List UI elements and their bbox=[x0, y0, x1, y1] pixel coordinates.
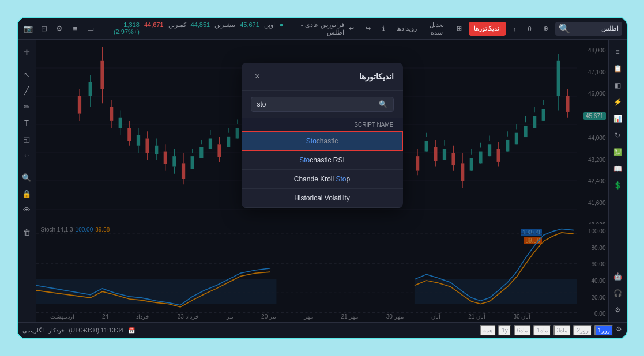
info-btn[interactable]: ℹ bbox=[378, 22, 389, 36]
modal-search-icon: 🔍 bbox=[379, 100, 387, 108]
r-btn-layers[interactable]: ◧ bbox=[610, 78, 625, 93]
sto-highlight: Sto bbox=[306, 137, 317, 145]
divider-2 bbox=[21, 166, 32, 166]
events-btn[interactable]: رویدادها bbox=[391, 22, 421, 36]
lock-tool[interactable]: 🔒 bbox=[19, 186, 34, 201]
timeframe-3m[interactable]: 3ماه bbox=[553, 325, 571, 336]
modified-btn[interactable]: تعدیل شده bbox=[424, 22, 450, 36]
redo-btn[interactable]: ↪ bbox=[361, 22, 375, 36]
price-change: 1,318 (+2.97%) bbox=[100, 21, 140, 36]
divider-3 bbox=[21, 221, 32, 221]
line-tool[interactable]: ╱ bbox=[19, 83, 34, 98]
result-stochastic[interactable]: Stochastic bbox=[242, 131, 403, 151]
main-area: ✛ ↖ ╱ ✏ T ◱ ↔ 🔍 🔒 👁 🗑 bbox=[18, 40, 627, 322]
measure-tool[interactable]: ↔ bbox=[19, 147, 34, 162]
modal-header: اندیکاتورها × bbox=[242, 63, 403, 91]
r-btn-book[interactable]: 📖 bbox=[610, 161, 625, 176]
result-chande-pre: Chande Kroll bbox=[294, 175, 336, 183]
zoom-in-tool[interactable]: 🔍 bbox=[19, 170, 34, 185]
grid-btn[interactable]: ⊞ bbox=[452, 22, 466, 36]
crosshair-tool[interactable]: ✛ bbox=[19, 44, 34, 59]
compare-btn[interactable]: ↕ bbox=[509, 22, 521, 36]
result-chande-sto: Sto bbox=[336, 175, 347, 183]
result-chande-kroll[interactable]: Chande Kroll Stop bbox=[242, 170, 403, 189]
modal-search-section: 🔍 bbox=[242, 91, 403, 118]
eye-tool[interactable]: 👁 bbox=[19, 202, 34, 217]
plus-btn[interactable]: ⊕ bbox=[538, 22, 553, 36]
topbar-right: ↩ ↪ ℹ رویدادها تعدیل شده ⊞ اندیکاتورها ↕… bbox=[344, 22, 622, 36]
settings-icon-bottom[interactable]: ⚙ bbox=[616, 325, 622, 336]
modal-overlay: اندیکاتورها × 🔍 SCRIPT NAME Stochastic bbox=[36, 40, 608, 322]
indicators-btn[interactable]: اندیکاتورها bbox=[469, 22, 506, 36]
bottom-right: همه 1y 6ماه 1ماه 3ماه 2روز 1روز ⚙ bbox=[480, 325, 622, 336]
r-btn-2[interactable]: 📋 bbox=[610, 61, 625, 76]
modal-search-input[interactable] bbox=[257, 100, 379, 108]
camera-icon[interactable]: 📷 bbox=[22, 22, 35, 35]
expand-icon[interactable]: ⊡ bbox=[38, 22, 50, 35]
divider-1 bbox=[21, 63, 32, 63]
modal-close-btn[interactable]: × bbox=[251, 70, 265, 84]
zero-btn[interactable]: 0 bbox=[523, 22, 536, 36]
modal-col-header: SCRIPT NAME bbox=[242, 118, 403, 131]
sto-highlight-2: Sto bbox=[299, 156, 310, 164]
menu-icon[interactable]: ≡ bbox=[69, 22, 81, 35]
r-btn-1[interactable]: ≡ bbox=[610, 44, 625, 59]
window-icon[interactable]: ▭ bbox=[85, 22, 97, 35]
r-btn-trade[interactable]: 💹 bbox=[610, 145, 625, 160]
r-btn-chart[interactable]: 📊 bbox=[610, 111, 625, 126]
text-tool[interactable]: T bbox=[19, 115, 34, 130]
r-btn-headset[interactable]: 🎧 bbox=[610, 286, 625, 301]
topbar-left: 📷 ⊡ ⚙ ≡ ▭ فرابورس عادی - اطلس ● اوپن 45,… bbox=[22, 21, 344, 36]
symbol-info: فرابورس عادی - اطلس ● اوپن 45,671 بیشتری… bbox=[100, 21, 344, 36]
r-btn-refresh[interactable]: ↻ bbox=[610, 128, 625, 143]
result-rest: chastic bbox=[317, 137, 338, 145]
symbol-label: فرابورس عادی - اطلس bbox=[288, 21, 344, 36]
draw-tool[interactable]: ✏ bbox=[19, 99, 34, 114]
timeframe-2d[interactable]: 2روز bbox=[573, 325, 592, 336]
log-label[interactable]: لگاریتمی bbox=[22, 327, 44, 334]
result-stochastic-rsi[interactable]: Stochastic RSI bbox=[242, 151, 403, 170]
bottom-bar: لگاریتمی خودکار (UTC+3:30) 11:13:34 📅 هم… bbox=[18, 322, 627, 338]
modal-search-row[interactable]: 🔍 bbox=[251, 97, 394, 112]
r-btn-dollar[interactable]: 💲 bbox=[610, 178, 625, 193]
result-historical-volatility[interactable]: Historical Volatility bbox=[242, 189, 403, 208]
r-btn-bot[interactable]: 🤖 bbox=[610, 269, 625, 284]
shape-tool[interactable]: ◱ bbox=[19, 131, 34, 146]
result-historical: Historical Volatility bbox=[294, 194, 350, 202]
indicators-modal: اندیکاتورها × 🔍 SCRIPT NAME Stochastic bbox=[242, 63, 403, 208]
timeframe-1d[interactable]: 1روز bbox=[594, 325, 613, 336]
result-rest-2: chastic RSI bbox=[310, 156, 345, 164]
undo-btn[interactable]: ↩ bbox=[344, 22, 359, 36]
price-open: 45,671 bbox=[240, 21, 259, 36]
topbar: 📷 ⊡ ⚙ ≡ ▭ فرابورس عادی - اطلس ● اوپن 45,… bbox=[18, 18, 627, 40]
cursor-tool[interactable]: ↖ bbox=[19, 67, 34, 82]
result-chande-post: p bbox=[347, 175, 351, 183]
price-high: 44,851 bbox=[191, 21, 210, 36]
modal-results-list: Stochastic Stochastic RSI Chande Kroll S… bbox=[242, 131, 403, 208]
left-toolbar: ✛ ↖ ╱ ✏ T ◱ ↔ 🔍 🔒 👁 🗑 bbox=[18, 40, 36, 322]
chart-area: Stoch 14,1,3 100.00 89.58 100.00 89.58 bbox=[36, 40, 608, 322]
price-open-label: اوپن bbox=[264, 21, 275, 36]
settings-icon[interactable]: ⚙ bbox=[54, 22, 66, 35]
bottom-left: لگاریتمی خودکار (UTC+3:30) 11:13:34 📅 bbox=[22, 327, 135, 334]
symbol-search-box[interactable]: 🔍 bbox=[555, 22, 622, 36]
calendar-icon: 📅 bbox=[128, 327, 135, 334]
symbol-search-input[interactable] bbox=[573, 25, 619, 32]
timezone-label: (UTC+3:30) 11:13:34 bbox=[69, 327, 123, 334]
right-sidebar: ≡ 📋 ◧ ⚡ 📊 ↻ 💹 📖 💲 🤖 🎧 ⚙ bbox=[608, 40, 627, 322]
modal-title: اندیکاتورها bbox=[359, 72, 394, 81]
r-btn-settings2[interactable]: ⚙ bbox=[610, 302, 625, 317]
timeframe-1y[interactable]: 1y bbox=[498, 325, 511, 336]
timeframe-6m[interactable]: 6ماه bbox=[514, 325, 532, 336]
trash-tool[interactable]: 🗑 bbox=[19, 225, 34, 240]
r-btn-alert[interactable]: ⚡ bbox=[610, 94, 625, 109]
search-icon: 🔍 bbox=[559, 23, 570, 34]
price-low: 44,671 bbox=[144, 21, 164, 36]
timeframe-1m[interactable]: 1ماه bbox=[533, 325, 551, 336]
timeframe-all[interactable]: همه bbox=[480, 325, 496, 336]
auto-label[interactable]: خودکار bbox=[48, 327, 65, 334]
